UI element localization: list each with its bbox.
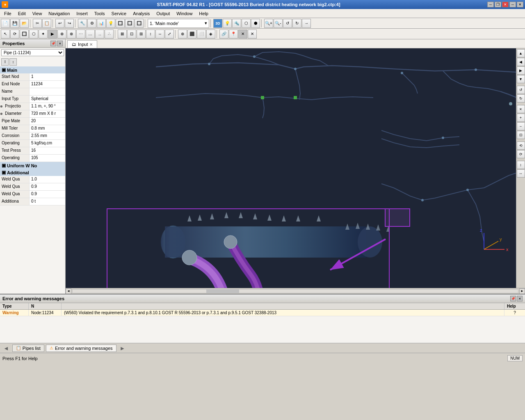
rt-btn-2[interactable]: ◀ — [517, 58, 525, 66]
tb-btn-13[interactable]: → — [302, 19, 311, 28]
scroll-left-button[interactable]: ◄ — [66, 288, 71, 294]
error-panel-pin[interactable]: 📌 — [510, 296, 516, 301]
error-help-1[interactable]: ? — [504, 310, 525, 316]
tb2-btn-15[interactable]: ⊞ — [137, 30, 146, 39]
new-button[interactable]: 📄 — [1, 19, 10, 28]
menu-service[interactable]: Service — [108, 10, 130, 17]
tb2-btn-19[interactable]: ⊕ — [178, 30, 187, 39]
menu-output[interactable]: Output — [153, 10, 173, 17]
rt-btn-3[interactable]: ▶ — [517, 66, 525, 75]
tb2-btn-14[interactable]: ⊡ — [127, 30, 136, 39]
restore-button[interactable]: ❐ — [495, 2, 501, 7]
section-uniform[interactable]: ▣Uniform W No — [0, 162, 65, 169]
error-panel-close[interactable]: ✕ — [517, 296, 523, 301]
open-button[interactable]: 📂 — [20, 19, 29, 28]
tb2-btn-3[interactable]: 🔲 — [20, 30, 29, 39]
tb2-btn-17[interactable]: ↔ — [155, 30, 164, 39]
input-tab[interactable]: 🗂 Input ✕ — [67, 40, 97, 48]
tb-3d-button[interactable]: 3D — [213, 19, 222, 28]
menu-file[interactable]: File — [1, 10, 15, 17]
tb-btn-7[interactable]: 🔲 — [135, 19, 144, 28]
menu-view[interactable]: View — [29, 10, 46, 17]
undo-button[interactable]: ↩ — [55, 19, 64, 28]
rt-btn-11[interactable]: ↕ — [517, 161, 525, 169]
copy-button[interactable]: 📋 — [42, 19, 51, 28]
rt-btn-6[interactable]: + — [517, 114, 525, 122]
rt-btn-rotate-2[interactable]: ↻ — [517, 94, 525, 103]
input-tab-close[interactable]: ✕ — [89, 42, 93, 47]
tb2-btn-13[interactable]: ⊠ — [118, 30, 127, 39]
section-additional[interactable]: ▣Additional — [0, 169, 65, 176]
rt-btn-9[interactable]: ⟲ — [517, 142, 525, 150]
menu-insert[interactable]: Insert — [73, 10, 91, 17]
tb-btn-4[interactable]: 💡 — [106, 19, 115, 28]
element-selector[interactable]: Pipe (1-11234) — [1, 49, 64, 56]
rt-btn-7[interactable]: − — [517, 122, 525, 130]
rt-btn-12[interactable]: ↔ — [517, 169, 525, 178]
tb2-btn-11[interactable]: ‥ — [95, 30, 104, 39]
rt-btn-5[interactable]: ✕ — [517, 105, 525, 113]
properties-pin-button[interactable]: 📌 — [50, 41, 56, 46]
menu-window[interactable]: Window — [173, 10, 196, 17]
tb-btn-3[interactable]: 📊 — [97, 19, 106, 28]
tb2-btn-2[interactable]: ⟳ — [10, 30, 19, 39]
minimize-button[interactable]: ─ — [487, 2, 494, 7]
horizontal-scrollbar[interactable]: ◄ ► — [66, 288, 525, 294]
tb-btn-1[interactable]: 🔧 — [78, 19, 87, 28]
tb-btn-6[interactable]: 🔲 — [125, 19, 134, 28]
tb2-btn-1[interactable]: ↖ — [1, 30, 10, 39]
tb2-btn-16[interactable]: ↕ — [146, 30, 155, 39]
tb2-btn-20[interactable]: ⬛ — [187, 30, 196, 39]
inner-restore-button[interactable]: ─ — [509, 2, 516, 7]
save-button[interactable]: 💾 — [10, 19, 19, 28]
properties-close-button[interactable]: ✕ — [57, 41, 63, 46]
rt-btn-1[interactable]: ▲ — [517, 49, 525, 57]
tb-btn-11[interactable]: ⬢ — [251, 19, 260, 28]
tb2-btn-21[interactable]: ⬜ — [197, 30, 206, 39]
tb-btn-9[interactable]: 🔩 — [232, 19, 241, 28]
tb2-btn-25[interactable]: ✕ — [238, 30, 247, 39]
tb2-btn-9[interactable]: ⋯ — [76, 30, 85, 39]
rt-btn-8[interactable]: ⊡ — [517, 131, 525, 139]
tb2-btn-22[interactable]: ◈ — [206, 30, 215, 39]
tab-nav-next[interactable]: ► — [118, 345, 127, 352]
refresh-button[interactable]: ↺ — [283, 19, 292, 28]
zoom-out-button[interactable]: 🔍- — [274, 19, 283, 28]
prop-icon-1[interactable]: Ⅰ — [1, 58, 9, 66]
tb-btn-10[interactable]: ⬡ — [242, 19, 251, 28]
close-button[interactable]: ✕ — [502, 2, 509, 7]
menu-navigation[interactable]: Navigation — [45, 10, 73, 17]
tab-nav-prev[interactable]: ◄ — [2, 345, 11, 352]
tb-btn-12[interactable]: ↻ — [292, 19, 301, 28]
rt-btn-4[interactable]: ▼ — [517, 75, 525, 83]
tb2-btn-23[interactable]: 🔗 — [219, 30, 228, 39]
menu-edit[interactable]: Edit — [15, 10, 29, 17]
menu-help[interactable]: Help — [196, 10, 212, 17]
tb2-btn-26[interactable]: ✕ — [248, 30, 257, 39]
tab-error-messages[interactable]: ⚠ Error and warning messages — [46, 345, 116, 352]
tb2-btn-5[interactable]: ✦ — [39, 30, 48, 39]
tab-pipes-list[interactable]: 📋 Pipes list — [12, 345, 44, 352]
error-row-1[interactable]: Warning Node:11234 (W560) Violated the r… — [0, 310, 525, 316]
tb-btn-2[interactable]: ⚙ — [87, 19, 96, 28]
tb2-btn-12[interactable]: ∴ — [105, 30, 114, 39]
tb2-btn-10[interactable]: … — [86, 30, 95, 39]
tb2-btn-7[interactable]: ⊕ — [57, 30, 66, 39]
inner-close-button[interactable]: ✕ — [517, 2, 523, 7]
tb2-btn-4[interactable]: ⬡ — [29, 30, 38, 39]
viewport-canvas[interactable]: x z y — [66, 48, 525, 288]
rt-btn-10[interactable]: ⟳ — [517, 150, 525, 158]
zoom-in-button[interactable]: 🔍+ — [264, 19, 273, 28]
scroll-right-button[interactable]: ► — [519, 288, 525, 294]
section-main[interactable]: ▣Main — [0, 66, 65, 73]
menu-analysis[interactable]: Analysis — [130, 10, 153, 17]
redo-button[interactable]: ↪ — [65, 19, 74, 28]
tb-btn-5[interactable]: 🔲 — [116, 19, 125, 28]
tb2-btn-8[interactable]: ⊗ — [67, 30, 76, 39]
prop-icon-2[interactable]: ↕ — [9, 58, 17, 66]
cut-button[interactable]: ✂ — [33, 19, 42, 28]
rt-btn-rotate-1[interactable]: ↺ — [517, 86, 525, 94]
tb-btn-8[interactable]: 💡 — [223, 19, 232, 28]
tb2-btn-6[interactable]: ▶ — [48, 30, 57, 39]
tb2-btn-18[interactable]: ⤢ — [165, 30, 174, 39]
